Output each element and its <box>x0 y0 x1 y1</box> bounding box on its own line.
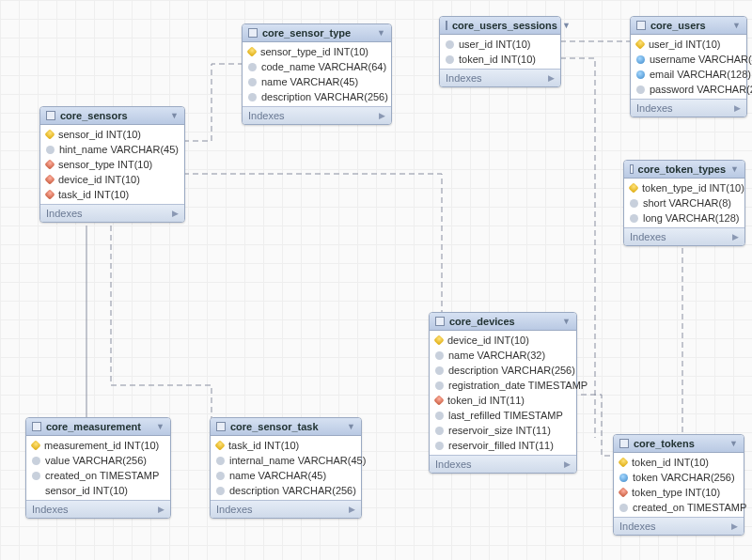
table-core-sensors[interactable]: core_sensors ▼ sensor_id INT(10) hint_na… <box>39 106 185 223</box>
indexes-section[interactable]: Indexes▶ <box>440 69 560 86</box>
column: value VARCHAR(256) <box>26 453 170 468</box>
column: sensor_type INT(10) <box>40 157 184 172</box>
col-icon <box>248 78 257 86</box>
table-title: core_users <box>650 20 706 31</box>
table-header[interactable]: core_tokens ▼ <box>614 435 744 453</box>
col-icon <box>32 472 40 480</box>
indexes-section[interactable]: Indexes▶ <box>26 500 170 518</box>
collapse-icon[interactable]: ▼ <box>156 422 164 431</box>
column: reservoir_size INT(11) <box>430 423 576 438</box>
col-icon <box>248 93 257 101</box>
expand-icon: ▶ <box>564 459 571 469</box>
table-core-token-types[interactable]: core_token_types ▼ token_type_id INT(10)… <box>623 160 745 246</box>
indexes-section[interactable]: Indexes▶ <box>211 500 361 518</box>
table-header[interactable]: core_token_types ▼ <box>624 161 744 179</box>
table-icon <box>636 21 646 30</box>
column: email VARCHAR(128) <box>631 67 746 82</box>
column-list: sensor_type_id INT(10) code_name VARCHAR… <box>243 42 391 106</box>
column: sensor_type_id INT(10) <box>243 44 391 59</box>
table-icon <box>248 28 258 38</box>
column: name VARCHAR(45) <box>211 468 361 483</box>
collapse-icon[interactable]: ▼ <box>732 21 741 30</box>
table-title: core_token_types <box>638 163 727 175</box>
column-list: user_id INT(10) token_id INT(10) <box>440 35 560 69</box>
column: created_on TIMESTAMP <box>614 500 744 515</box>
indexes-section[interactable]: Indexes▶ <box>624 227 744 245</box>
collapse-icon[interactable]: ▼ <box>562 317 571 326</box>
col-icon <box>636 55 645 64</box>
table-core-users[interactable]: core_users ▼ user_id INT(10) username VA… <box>630 16 747 117</box>
pk-icon <box>433 334 444 345</box>
collapse-icon[interactable]: ▼ <box>170 111 179 120</box>
table-core-sensor-type[interactable]: core_sensor_type ▼ sensor_type_id INT(10… <box>242 23 392 125</box>
table-core-sensor-task[interactable]: core_sensor_task ▼ task_id INT(10) inter… <box>210 417 362 519</box>
col-icon <box>446 55 454 64</box>
indexes-section[interactable]: Indexes▶ <box>243 106 391 124</box>
indexes-section[interactable]: Indexes▶ <box>40 204 184 222</box>
table-header[interactable]: core_sensor_type ▼ <box>243 24 391 42</box>
indexes-section[interactable]: Indexes▶ <box>614 517 744 535</box>
column: sensor_id INT(10) <box>40 127 184 142</box>
table-core-tokens[interactable]: core_tokens ▼ token_id INT(10) token VAR… <box>613 434 744 536</box>
column: device_id INT(10) <box>40 172 184 187</box>
column-list: task_id INT(10) internal_name VARCHAR(45… <box>211 436 361 500</box>
col-icon <box>435 366 444 375</box>
col-icon <box>32 457 40 465</box>
pk-icon <box>628 182 638 193</box>
column: token_id INT(10) <box>440 52 560 67</box>
column: sensor_id INT(10) <box>26 483 170 498</box>
expand-icon: ▶ <box>734 103 741 113</box>
collapse-icon[interactable]: ▼ <box>729 439 738 448</box>
column: username VARCHAR(45) <box>631 52 746 67</box>
collapse-icon[interactable]: ▼ <box>347 422 355 431</box>
col-icon <box>435 381 444 390</box>
collapse-icon[interactable]: ▼ <box>730 164 739 174</box>
indexes-section[interactable]: Indexes▶ <box>430 455 576 473</box>
table-icon <box>446 21 447 30</box>
table-header[interactable]: core_sensors ▼ <box>40 107 184 125</box>
column: token_id INT(11) <box>430 393 576 408</box>
col-icon <box>435 427 444 435</box>
column: user_id INT(10) <box>440 37 560 52</box>
table-icon <box>32 422 41 431</box>
table-core-devices[interactable]: core_devices ▼ device_id INT(10) name VA… <box>429 312 577 474</box>
table-header[interactable]: core_users_sessions ▼ <box>440 17 560 35</box>
expand-icon: ▶ <box>349 505 355 514</box>
column: name VARCHAR(45) <box>243 74 391 89</box>
col-icon <box>435 442 444 450</box>
pk-icon <box>44 129 55 139</box>
pk-icon <box>214 440 225 450</box>
table-title: core_sensor_type <box>262 27 351 39</box>
col-icon <box>216 487 225 495</box>
table-core-users-sessions[interactable]: core_users_sessions ▼ user_id INT(10) to… <box>439 16 561 87</box>
pk-icon <box>634 39 645 49</box>
table-header[interactable]: core_users ▼ <box>631 17 746 35</box>
collapse-icon[interactable]: ▼ <box>377 28 385 38</box>
column: short VARCHAR(8) <box>624 195 744 210</box>
col-icon <box>46 146 55 154</box>
column-list: measurement_id INT(10) value VARCHAR(256… <box>26 436 170 500</box>
fk-icon <box>44 174 55 184</box>
expand-icon: ▶ <box>158 505 164 514</box>
collapse-icon[interactable]: ▼ <box>562 21 571 30</box>
table-title: core_users_sessions <box>452 20 557 31</box>
table-title: core_measurement <box>46 421 141 432</box>
col-icon <box>435 351 444 360</box>
pk-icon <box>30 440 40 450</box>
col-icon <box>435 412 444 420</box>
column: created_on TIMESTAMP <box>26 468 170 483</box>
table-core-measurement[interactable]: core_measurement ▼ measurement_id INT(10… <box>25 417 171 519</box>
expand-icon: ▶ <box>172 209 179 218</box>
col-icon <box>636 86 645 94</box>
column-list: sensor_id INT(10) hint_name VARCHAR(45) … <box>40 125 184 204</box>
indexes-section[interactable]: Indexes▶ <box>631 99 746 117</box>
table-icon <box>619 439 629 448</box>
expand-icon: ▶ <box>379 111 385 120</box>
table-header[interactable]: core_measurement ▼ <box>26 418 170 436</box>
col-icon <box>630 214 638 223</box>
col-icon <box>619 474 628 482</box>
column: description VARCHAR(256) <box>211 483 361 498</box>
expand-icon: ▶ <box>548 73 555 83</box>
table-header[interactable]: core_sensor_task ▼ <box>211 418 361 436</box>
table-header[interactable]: core_devices ▼ <box>430 313 576 331</box>
